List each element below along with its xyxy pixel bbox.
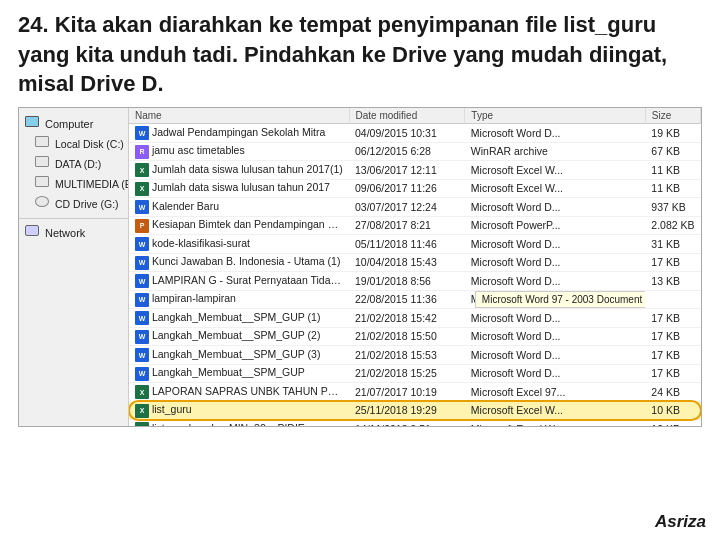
- table-row[interactable]: W Kalender Baru 03/07/2017 12:24 Microso…: [129, 198, 701, 217]
- table-row[interactable]: W Jadwal Pendampingan Sekolah Mitra 04/0…: [129, 124, 701, 143]
- file-type: Microsoft Word D...: [465, 327, 645, 346]
- file-date: 10/04/2018 15:43: [349, 253, 465, 272]
- file-type: Microsoft Word D...: [465, 198, 645, 217]
- drive-icon: [35, 136, 51, 152]
- file-date: 21/07/2017 10:19: [349, 383, 465, 402]
- file-size: 31 KB: [645, 235, 700, 254]
- word-icon: W: [135, 237, 149, 251]
- file-type: WinRAR archive: [465, 142, 645, 161]
- file-name: W Jadwal Pendampingan Sekolah Mitra: [129, 124, 349, 143]
- file-type: Microsoft Word D...: [465, 272, 645, 291]
- left-item-cd-drive[interactable]: CD Drive (G:): [19, 194, 128, 214]
- monitor-icon: [25, 116, 41, 132]
- col-size: Size: [645, 108, 700, 124]
- table-row[interactable]: X LAPORAN SAPRAS UNBK TAHUN PELAJ... 21/…: [129, 383, 701, 402]
- excel-icon: X: [135, 163, 149, 177]
- file-name: W Kunci Jawaban B. Indonesia - Utama (1): [129, 253, 349, 272]
- file-name: W LAMPIRAN G - Surat Pernyataan Tidak P.…: [129, 272, 349, 291]
- file-date: 09/06/2017 11:26: [349, 179, 465, 198]
- file-size: 937 KB: [645, 198, 700, 217]
- file-date: 21/02/2018 15:50: [349, 327, 465, 346]
- file-date: 05/11/2018 11:46: [349, 235, 465, 254]
- word-icon: W: [135, 367, 149, 381]
- excel-icon: X: [135, 422, 149, 426]
- drive-icon-d: [35, 156, 51, 172]
- ppt-icon: P: [135, 219, 149, 233]
- table-row[interactable]: W lampiran-lampiran 22/08/2015 11:36 Mic…: [129, 290, 701, 309]
- excel-icon: X: [135, 404, 149, 418]
- file-size: 10 KB: [645, 401, 700, 420]
- table-row[interactable]: W Langkah_Membuat__SPM_GUP (1) 21/02/201…: [129, 309, 701, 328]
- col-name: Name: [129, 108, 349, 124]
- file-size: [645, 290, 700, 309]
- file-name: X list_guru: [129, 401, 349, 420]
- table-row[interactable]: W Langkah_Membuat__SPM_GUP (2) 21/02/201…: [129, 327, 701, 346]
- table-row[interactable]: X list_guru 25/11/2018 19:29 Microsoft E…: [129, 401, 701, 420]
- file-date: 19/01/2018 8:56: [349, 272, 465, 291]
- excel-icon: X: [135, 182, 149, 196]
- file-name: W Langkah_Membuat__SPM_GUP (3): [129, 346, 349, 365]
- rar-icon: R: [135, 145, 149, 159]
- file-name: X Jumlah data siswa lulusan tahun 2017(1…: [129, 161, 349, 180]
- right-panel[interactable]: Name Date modified Type Size W Jadwal Pe…: [129, 108, 701, 426]
- footer-author: Asriza: [655, 512, 706, 532]
- file-name: W Langkah_Membuat__SPM_GUP: [129, 364, 349, 383]
- file-date: 21/02/2018 15:42: [349, 309, 465, 328]
- file-name: X LAPORAN SAPRAS UNBK TAHUN PELAJ...: [129, 383, 349, 402]
- network-icon: [25, 225, 41, 241]
- word-icon: W: [135, 126, 149, 140]
- file-name: W lampiran-lampiran: [129, 290, 349, 309]
- table-row[interactable]: W kode-klasifikasi-surat 05/11/2018 11:4…: [129, 235, 701, 254]
- file-date: 06/12/2015 6:28: [349, 142, 465, 161]
- file-size: 2.082 KB: [645, 216, 700, 235]
- header-text: 24. Kita akan diarahkan ke tempat penyim…: [0, 0, 720, 107]
- file-type: Microsoft Word D...: [465, 346, 645, 365]
- file-size: 17 KB: [645, 346, 700, 365]
- file-type: Microsoft PowerP...: [465, 216, 645, 235]
- left-item-data-d[interactable]: DATA (D:): [19, 154, 128, 174]
- file-type: Microsoft Word D...: [465, 235, 645, 254]
- file-date: 14/11/2018 9:51: [349, 420, 465, 427]
- file-name: X Jumlah data siswa lulusan tahun 2017: [129, 179, 349, 198]
- excel-icon: X: [135, 385, 149, 399]
- drive-icon-e: [35, 176, 51, 192]
- table-row[interactable]: X list_madrasah__MIN_32__PIDIE 14/11/201…: [129, 420, 701, 427]
- table-row[interactable]: X Jumlah data siswa lulusan tahun 2017(1…: [129, 161, 701, 180]
- file-size: 17 KB: [645, 327, 700, 346]
- file-type: Microsoft Word D...: [465, 253, 645, 272]
- table-row[interactable]: W Langkah_Membuat__SPM_GUP (3) 21/02/201…: [129, 346, 701, 365]
- table-row[interactable]: X Jumlah data siswa lulusan tahun 2017 0…: [129, 179, 701, 198]
- file-size: 12 KB: [645, 420, 700, 427]
- left-item-network[interactable]: Network: [19, 223, 128, 243]
- file-date: 21/02/2018 15:53: [349, 346, 465, 365]
- word-icon: W: [135, 330, 149, 344]
- left-item-computer[interactable]: Computer: [19, 114, 128, 134]
- file-name: R jamu asc timetables: [129, 142, 349, 161]
- tooltip-box: Microsoft Word 97 - 2003 Document: [475, 291, 645, 308]
- file-size: 17 KB: [645, 309, 700, 328]
- left-panel: Computer Local Disk (C:) DATA (D:) MULTI…: [19, 108, 129, 426]
- file-size: 24 KB: [645, 383, 700, 402]
- file-type: Microsoft Word D...: [465, 309, 645, 328]
- file-name: W kode-klasifikasi-surat: [129, 235, 349, 254]
- table-row[interactable]: W Langkah_Membuat__SPM_GUP 21/02/2018 15…: [129, 364, 701, 383]
- file-date: 13/06/2017 12:11: [349, 161, 465, 180]
- word-icon: W: [135, 348, 149, 362]
- table-row[interactable]: W Kunci Jawaban B. Indonesia - Utama (1)…: [129, 253, 701, 272]
- file-size: 17 KB: [645, 364, 700, 383]
- left-item-multimedia[interactable]: MULTIMEDIA (E:): [19, 174, 128, 194]
- file-size: 11 KB: [645, 179, 700, 198]
- file-size: 13 KB: [645, 272, 700, 291]
- file-type: Microsoft Word D...: [465, 124, 645, 143]
- file-size: 19 KB: [645, 124, 700, 143]
- file-size: 11 KB: [645, 161, 700, 180]
- word-icon: W: [135, 311, 149, 325]
- table-row[interactable]: P Kesiapan Bimtek dan Pendampingan K-...…: [129, 216, 701, 235]
- file-date: 22/08/2015 11:36: [349, 290, 465, 309]
- left-item-local-disk[interactable]: Local Disk (C:): [19, 134, 128, 154]
- table-row[interactable]: W LAMPIRAN G - Surat Pernyataan Tidak P.…: [129, 272, 701, 291]
- file-type: Microsoft Excel W...: [465, 401, 645, 420]
- file-type: Microsoft Excel W...: [465, 161, 645, 180]
- table-row[interactable]: R jamu asc timetables 06/12/2015 6:28 Wi…: [129, 142, 701, 161]
- file-date: 25/11/2018 19:29: [349, 401, 465, 420]
